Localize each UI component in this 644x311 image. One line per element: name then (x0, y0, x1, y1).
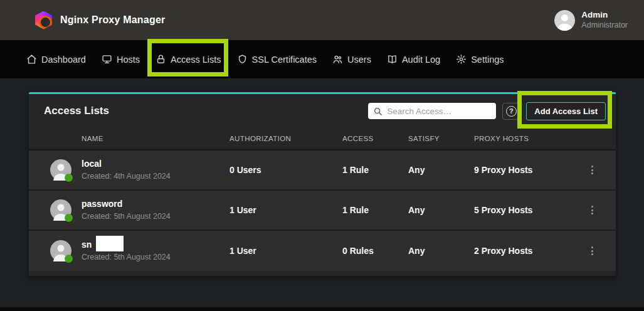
monitor-icon (102, 54, 112, 65)
table-header: NAME AUTHORIZATION ACCESS SATISFY PROXY … (29, 128, 616, 150)
nav-label: Access Lists (171, 55, 221, 65)
add-access-list-label: Add Access List (534, 107, 598, 116)
access-list-name: local (82, 159, 230, 169)
satisfy-value: Any (408, 165, 474, 175)
person-icon (554, 10, 575, 31)
book-icon (387, 54, 398, 65)
authorization-value: 0 Users (230, 165, 342, 175)
nav-item-access-lists[interactable]: Access Lists (156, 40, 221, 78)
column-header-proxy-hosts: PROXY HOSTS (474, 135, 568, 142)
app-title: Nginx Proxy Manager (60, 14, 165, 26)
nav-item-ssl-certificates[interactable]: SSL Certificates (237, 40, 317, 78)
access-value: 1 Rule (342, 205, 408, 215)
name-cell: local Created: 4th August 2024 (82, 159, 230, 181)
satisfy-value: Any (408, 205, 474, 215)
search-input[interactable] (387, 107, 491, 116)
created-date: Created: 5th August 2024 (82, 253, 230, 262)
access-lists-panel: Access Lists ? Add Access List NAME AUTH… (29, 92, 616, 276)
name-cell: password Created: 5th August 2024 (82, 199, 230, 221)
avatar (50, 199, 71, 221)
bottom-edge (0, 307, 644, 311)
column-header-access: ACCESS (342, 135, 408, 142)
user-role: Administrator (581, 21, 628, 31)
search-icon (373, 107, 383, 116)
proxy-hosts-value: 9 Proxy Hosts (474, 165, 568, 175)
row-actions-menu[interactable] (568, 203, 616, 217)
gear-icon (456, 54, 467, 65)
app-header: Nginx Proxy Manager Admin Administrator (0, 0, 644, 40)
search-box (368, 103, 496, 119)
proxy-hosts-value: 5 Proxy Hosts (474, 205, 568, 215)
access-value: 0 Rules (342, 246, 408, 256)
user-menu[interactable]: Admin Administrator (554, 10, 628, 31)
help-button[interactable]: ? (502, 103, 520, 120)
question-icon: ? (506, 106, 517, 117)
nav-label: Dashboard (41, 55, 86, 65)
lock-icon (156, 54, 166, 65)
row-avatar-cell (29, 199, 82, 221)
user-text: Admin Administrator (581, 10, 628, 31)
row-actions-menu[interactable] (568, 163, 616, 177)
created-date: Created: 4th August 2024 (82, 172, 230, 181)
user-name: Admin (581, 10, 628, 21)
brand: Nginx Proxy Manager (35, 11, 165, 29)
shield-icon (237, 54, 248, 65)
authorization-value: 1 User (230, 205, 342, 215)
table-row[interactable]: password Created: 5th August 2024 1 User… (29, 191, 616, 231)
panel-controls: ? Add Access List (368, 102, 606, 120)
redaction-box (96, 236, 124, 251)
kebab-menu-icon (586, 163, 598, 177)
main-nav: Dashboard Hosts Access Lists SSL Certifi… (0, 40, 644, 78)
table-row[interactable]: local Created: 4th August 2024 0 Users 1… (29, 150, 616, 191)
access-list-name: password (82, 199, 230, 209)
avatar (50, 159, 71, 181)
kebab-menu-icon (586, 203, 598, 217)
authorization-value: 1 User (230, 246, 342, 256)
online-status-dot (65, 255, 73, 263)
nginx-proxy-manager-logo-icon (35, 11, 52, 29)
nav-label: Settings (471, 55, 504, 65)
nav-item-hosts[interactable]: Hosts (102, 40, 140, 78)
column-header-name: NAME (82, 135, 230, 142)
page-title: Access Lists (44, 105, 109, 117)
satisfy-value: Any (408, 246, 474, 256)
panel-header: Access Lists ? Add Access List (29, 94, 616, 128)
nav-item-dashboard[interactable]: Dashboard (26, 40, 86, 78)
access-value: 1 Rule (342, 165, 408, 175)
row-avatar-cell (29, 240, 82, 261)
online-status-dot (65, 174, 73, 182)
created-date: Created: 5th August 2024 (82, 212, 230, 221)
nav-label: SSL Certificates (252, 55, 317, 65)
nav-item-users[interactable]: Users (332, 40, 371, 78)
nav-label: Hosts (117, 55, 140, 65)
users-icon (332, 54, 343, 65)
proxy-hosts-value: 2 Proxy Hosts (474, 246, 568, 256)
page-content: Access Lists ? Add Access List NAME AUTH… (0, 78, 644, 276)
row-avatar-cell (29, 159, 82, 181)
nav-label: Users (347, 55, 371, 65)
home-icon (26, 54, 37, 65)
name-cell: sn Created: 5th August 2024 (82, 240, 230, 262)
nav-item-settings[interactable]: Settings (456, 40, 504, 78)
table-row[interactable]: sn Created: 5th August 2024 1 User 0 Rul… (29, 231, 616, 271)
online-status-dot (65, 214, 73, 222)
user-avatar (554, 10, 575, 31)
kebab-menu-icon (586, 244, 598, 258)
nav-item-audit-log[interactable]: Audit Log (387, 40, 440, 78)
avatar (50, 240, 71, 261)
nav-label: Audit Log (402, 55, 440, 65)
row-actions-menu[interactable] (568, 244, 616, 258)
column-header-satisfy: SATISFY (408, 135, 474, 142)
column-header-authorization: AUTHORIZATION (230, 135, 342, 142)
add-access-list-button[interactable]: Add Access List (526, 102, 606, 120)
